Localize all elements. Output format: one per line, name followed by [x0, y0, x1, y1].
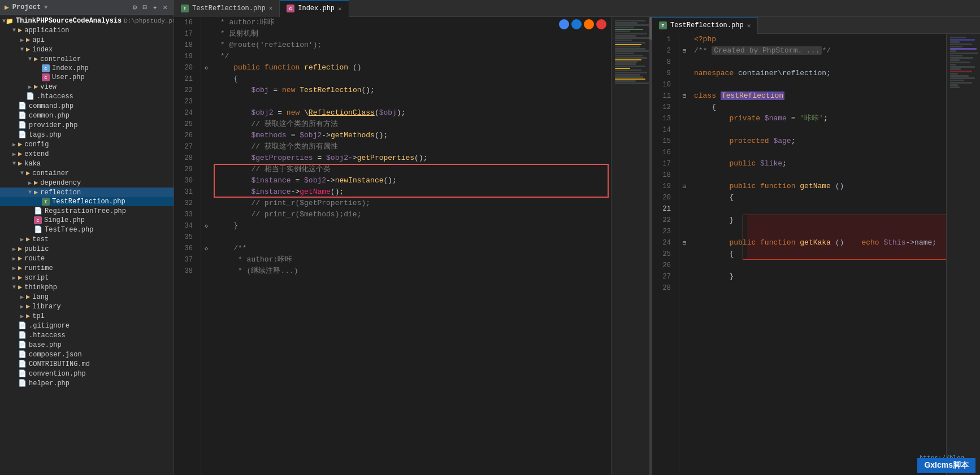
opera-icon[interactable]: [596, 19, 606, 29]
code-line-26: $methods = $obj2->getMethods();: [216, 130, 611, 141]
rln-12: 12: [652, 102, 674, 113]
code-line-16: * author:咔咔: [216, 17, 611, 28]
tree-item-reflection[interactable]: ▼ ▶ reflection: [0, 188, 174, 197]
firefox-icon[interactable]: [584, 19, 594, 29]
gutter-26: [201, 130, 211, 141]
rcode-line-15: protected $age;: [694, 136, 946, 147]
left-code-lines[interactable]: * author:咔咔 * 反射机制 * @route('reflection'…: [211, 17, 611, 475]
gutter-17: [201, 28, 211, 40]
rcode-line-18: [694, 169, 946, 181]
tree-item-index-php[interactable]: ▶ C Index.php: [0, 64, 174, 73]
red-box-wrapper: // 相当于实例化这个类 $instance = $obj2->newInsta…: [216, 164, 611, 198]
right-tab-close[interactable]: ✕: [747, 22, 751, 29]
tree-item-view[interactable]: ▶ ▶ view: [0, 82, 174, 91]
tree-item-user-php[interactable]: ▶ C User.php: [0, 73, 174, 82]
tree-item-common-php[interactable]: ▶ 📄 common.php: [0, 111, 174, 120]
tree-item-lang[interactable]: ▶ ▶ lang: [0, 292, 174, 302]
ie-icon[interactable]: [571, 19, 582, 29]
tree-item-contributing[interactable]: ▶ 📄 CONTRIBUTING.md: [0, 359, 174, 369]
tree-item-command-php[interactable]: ▶ 📄 command.php: [0, 101, 174, 111]
rcode-line-24: public function getKaka (): [694, 237, 946, 249]
tree-item-convention-php[interactable]: ▶ 📄 convention.php: [0, 369, 174, 378]
tree-item-htaccess[interactable]: ▶ 📄 .htaccess: [0, 91, 174, 101]
left-minimap: [611, 17, 652, 475]
tree-item-provider-php[interactable]: ▶ 📄 provider.php: [0, 120, 174, 130]
chrome-icon[interactable]: [559, 19, 569, 29]
tree-item-controller[interactable]: ▼ ▶ controller: [0, 54, 174, 64]
rgutter-15: [679, 136, 690, 147]
gutter-19: [201, 51, 211, 62]
rcode-line-14: [694, 124, 946, 136]
tab-testreflection[interactable]: T TestReflection.php ✕: [174, 0, 280, 17]
tab-index[interactable]: C Index.php ✕: [280, 0, 349, 17]
tree-item-application[interactable]: ▼ ▶ application: [0, 25, 174, 35]
tree-item-api[interactable]: ▶ ▶ api: [0, 35, 174, 45]
tree-item-test[interactable]: ▶ ▶ test: [0, 234, 174, 244]
rln-14: 14: [652, 124, 674, 136]
rcode-line-22: }: [694, 215, 946, 226]
rgutter-9: [679, 68, 690, 79]
tree-item-tags-php[interactable]: ▶ 📄 tags.php: [0, 130, 174, 140]
tab-close-testreflection[interactable]: ✕: [269, 5, 273, 12]
tree-item-index[interactable]: ▼ ▶ index: [0, 45, 174, 54]
tree-item-library[interactable]: ▶ ▶ library: [0, 302, 174, 311]
tree-item-registrationtree[interactable]: ▶ 📄 RegistrationTree.php: [0, 206, 174, 216]
tree-item-testreflection[interactable]: ▶ T TestReflection.php: [0, 197, 174, 206]
tree-item-dependency[interactable]: ▶ ▶ dependency: [0, 178, 174, 188]
rcode-line-26: [694, 260, 946, 271]
code-line-23: [216, 96, 611, 107]
editor-left: 16 17 18 19 20 21 22 23 24 25 26 27 28 2…: [174, 17, 652, 475]
tree-item-helper-php[interactable]: ▶ 📄 helper.php: [0, 378, 174, 388]
ln-30: 30: [174, 175, 196, 186]
tree-item-base-php[interactable]: ▶ 📄 base.php: [0, 340, 174, 350]
sidebar-settings-icon[interactable]: ⚙: [131, 2, 139, 12]
root-label: ThinkPHPSourceCodeAnalysis: [16, 17, 122, 25]
tree-label-test: test: [32, 236, 49, 243]
tree-item-runtime[interactable]: ▶ ▶ runtime: [0, 263, 174, 273]
tree-label-lang: lang: [32, 293, 49, 301]
sidebar-collapse-icon[interactable]: ⊟: [141, 2, 149, 12]
gutter-38: [201, 265, 211, 277]
rln-16: 16: [652, 147, 674, 158]
rln-11: 11: [652, 90, 674, 102]
tab-right-testreflection[interactable]: T TestReflection.php ✕: [652, 17, 758, 34]
tree-item-public[interactable]: ▶ ▶ public: [0, 244, 174, 254]
tree-item-htaccess2[interactable]: ▶ 📄 .htaccess: [0, 330, 174, 340]
rgutter-2: ⊟: [679, 45, 690, 56]
tree-item-gitignore[interactable]: ▶ 📄 .gitignore: [0, 321, 174, 330]
rgutter-21: [679, 203, 690, 215]
tree-item-config[interactable]: ▶ ▶ config: [0, 140, 174, 149]
tab-phpC-icon: C: [287, 5, 294, 12]
rln-25: 25: [652, 249, 674, 260]
gutter-27: [201, 141, 211, 152]
tree-item-composer-json[interactable]: ▶ 📄 composer.json: [0, 350, 174, 359]
right-minimap-content: [947, 34, 980, 91]
right-code-lines[interactable]: <?php /** Created by PhpStorm. ...*/ nam…: [690, 34, 946, 475]
tree-item-kaka[interactable]: ▼ ▶ kaka: [0, 159, 174, 168]
sidebar-gear-icon[interactable]: ✦: [151, 2, 159, 12]
tree-item-script[interactable]: ▶ ▶ script: [0, 273, 174, 282]
tree-root[interactable]: ▼ 📁 ThinkPHPSourceCodeAnalysis D:\phpstu…: [0, 16, 174, 25]
tree-item-route[interactable]: ▶ ▶ route: [0, 254, 174, 263]
rln-2: 2: [652, 45, 674, 56]
gutter-32: [201, 198, 211, 209]
code-line-19: */: [216, 51, 611, 62]
ln-35: 35: [174, 232, 196, 243]
right-minimap: [946, 34, 980, 475]
minimap-scrollbar-thumb[interactable]: [649, 17, 652, 40]
sidebar-close-icon[interactable]: ✕: [161, 2, 169, 12]
tree-item-container[interactable]: ▼ ▶ container: [0, 168, 174, 178]
tree-label-script: script: [24, 274, 49, 282]
tree-item-thinkphp[interactable]: ▼ ▶ thinkphp: [0, 282, 174, 292]
tree-item-single[interactable]: ▶ C Single.php: [0, 216, 174, 225]
tree-label-api: api: [32, 36, 45, 44]
tree-item-testtree[interactable]: ▶ 📄 TestTree.php: [0, 225, 174, 234]
tree-item-extend[interactable]: ▶ ▶ extend: [0, 149, 174, 159]
editor-right: T TestReflection.php ✕ 1 2 8 9 10 11 12 …: [652, 17, 980, 475]
tree-item-tpl[interactable]: ▶ ▶ tpl: [0, 311, 174, 321]
rcode-line-19: public function getName (): [694, 181, 946, 192]
tree-label-htaccess2: .htaccess: [29, 332, 66, 339]
code-line-31: $instance->getName();: [216, 186, 611, 198]
tab-close-index[interactable]: ✕: [338, 5, 342, 12]
code-line-34: }: [216, 220, 611, 232]
